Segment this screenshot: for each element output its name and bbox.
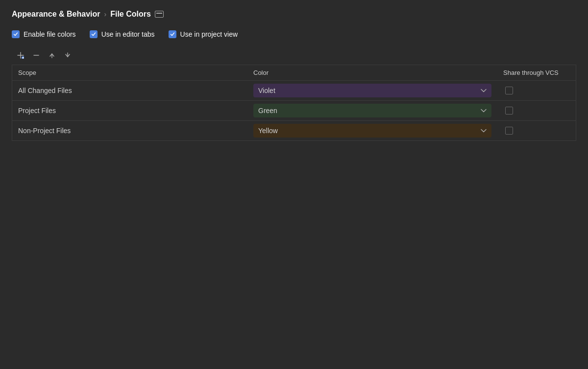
- file-colors-table: Scope Color Share through VCS All Change…: [12, 65, 576, 141]
- table-header: Scope Color Share through VCS: [12, 65, 576, 81]
- add-button[interactable]: [14, 49, 27, 62]
- toolbar: [12, 46, 576, 65]
- breadcrumb-separator: ›: [104, 10, 107, 18]
- settings-panel: Appearance & Behavior › File Colors Enab…: [0, 0, 588, 369]
- scope-header: Scope: [12, 65, 247, 80]
- use-in-editor-tabs-label: Use in editor tabs: [101, 30, 155, 38]
- window-icon: [155, 11, 164, 18]
- color-value-1: Violet: [258, 87, 275, 94]
- vcs-header: Share through VCS: [497, 65, 576, 80]
- vcs-checkbox-2[interactable]: [505, 107, 513, 115]
- table-row: All Changed Files Violet: [12, 81, 576, 101]
- color-cell-1: Violet: [247, 81, 497, 100]
- breadcrumb-current: File Colors: [110, 10, 151, 19]
- color-cell-3: Yellow: [247, 121, 497, 140]
- vcs-cell-3: [497, 123, 576, 138]
- table-row: Non-Project Files Yellow: [12, 121, 576, 140]
- use-in-project-view-label: Use in project view: [180, 30, 238, 38]
- vcs-checkbox-1[interactable]: [505, 87, 513, 94]
- move-up-button[interactable]: [45, 49, 59, 62]
- vcs-checkbox-3[interactable]: [505, 127, 513, 135]
- vcs-cell-2: [497, 103, 576, 118]
- vcs-cell-1: [497, 83, 576, 98]
- breadcrumb-parent: Appearance & Behavior: [12, 10, 100, 19]
- color-value-3: Yellow: [258, 127, 278, 135]
- scope-cell-3: Non-Project Files: [12, 123, 247, 138]
- color-value-2: Green: [258, 107, 277, 115]
- breadcrumb: Appearance & Behavior › File Colors: [12, 10, 576, 19]
- use-in-project-view-checkbox[interactable]: Use in project view: [169, 30, 238, 38]
- use-in-editor-tabs-input[interactable]: [90, 30, 98, 38]
- chevron-down-icon-3: [481, 127, 487, 134]
- enable-file-colors-checkbox[interactable]: Enable file colors: [12, 30, 76, 38]
- enable-file-colors-label: Enable file colors: [24, 30, 76, 38]
- use-in-project-view-input[interactable]: [169, 30, 176, 38]
- table-row: Project Files Green: [12, 101, 576, 121]
- scope-cell-2: Project Files: [12, 103, 247, 118]
- color-dropdown-2[interactable]: Green: [253, 104, 491, 117]
- enable-file-colors-input[interactable]: [12, 30, 20, 38]
- color-cell-2: Green: [247, 101, 497, 120]
- remove-button[interactable]: [29, 49, 43, 62]
- move-down-button[interactable]: [61, 49, 74, 62]
- color-dropdown-1[interactable]: Violet: [253, 84, 491, 97]
- chevron-down-icon-2: [481, 107, 487, 114]
- scope-cell-1: All Changed Files: [12, 83, 247, 98]
- chevron-down-icon-1: [481, 87, 487, 94]
- checkboxes-row: Enable file colors Use in editor tabs Us…: [12, 30, 576, 38]
- color-header: Color: [247, 65, 497, 80]
- use-in-editor-tabs-checkbox[interactable]: Use in editor tabs: [90, 30, 155, 38]
- color-dropdown-3[interactable]: Yellow: [253, 124, 491, 138]
